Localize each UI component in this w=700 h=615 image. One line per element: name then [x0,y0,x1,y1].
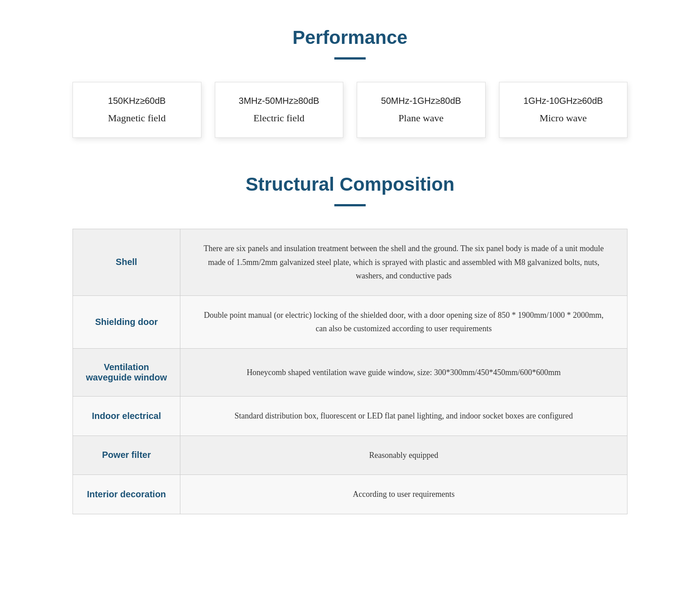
table-row: ShellThere are six panels and insulation… [73,229,627,296]
comp-label-0: Shell [73,229,180,296]
table-row: Power filterReasonably equipped [73,436,627,475]
perf-type-1: Electric field [224,112,334,124]
perf-type-0: Magnetic field [82,112,192,124]
comp-value-1: Double point manual (or electric) lockin… [180,295,627,348]
table-row: Indoor electricalStandard distribution b… [73,396,627,436]
comp-value-0: There are six panels and insulation trea… [180,229,627,296]
perf-card-2: 50MHz-1GHz≥80dBPlane wave [357,82,486,138]
performance-section: Performance 150KHz≥60dBMagnetic field3MH… [73,27,627,138]
composition-table: ShellThere are six panels and insulation… [73,229,627,514]
page-container: Performance 150KHz≥60dBMagnetic field3MH… [37,0,663,541]
perf-type-3: Micro wave [508,112,619,124]
table-row: Interior decorationAccording to user req… [73,475,627,514]
perf-freq-0: 150KHz≥60dB [82,96,192,106]
perf-card-0: 150KHz≥60dBMagnetic field [73,82,201,138]
perf-card-1: 3MHz-50MHz≥80dBElectric field [215,82,344,138]
comp-value-5: According to user requirements [180,475,627,514]
comp-label-4: Power filter [73,436,180,475]
perf-freq-3: 1GHz-10GHz≥60dB [508,96,619,106]
performance-divider [334,57,366,60]
performance-cards: 150KHz≥60dBMagnetic field3MHz-50MHz≥80dB… [73,82,627,138]
performance-title: Performance [73,27,627,48]
comp-value-2: Honeycomb shaped ventilation wave guide … [180,348,627,396]
perf-card-3: 1GHz-10GHz≥60dBMicro wave [499,82,628,138]
perf-freq-2: 50MHz-1GHz≥80dB [366,96,476,106]
perf-type-2: Plane wave [366,112,476,124]
comp-label-2: Ventilation waveguide window [73,348,180,396]
comp-value-4: Reasonably equipped [180,436,627,475]
comp-label-5: Interior decoration [73,475,180,514]
structural-section: Structural Composition ShellThere are si… [73,174,627,514]
comp-label-1: Shielding door [73,295,180,348]
perf-freq-1: 3MHz-50MHz≥80dB [224,96,334,106]
table-row: Shielding doorDouble point manual (or el… [73,295,627,348]
comp-label-3: Indoor electrical [73,396,180,436]
structural-divider [334,204,366,206]
table-row: Ventilation waveguide windowHoneycomb sh… [73,348,627,396]
structural-title: Structural Composition [73,174,627,195]
comp-value-3: Standard distribution box, fluorescent o… [180,396,627,436]
